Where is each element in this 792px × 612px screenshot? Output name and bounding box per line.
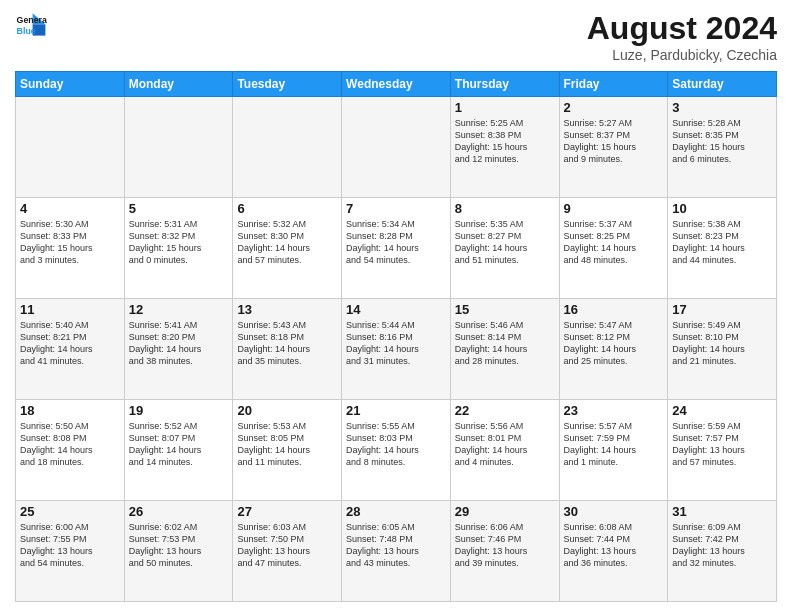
calendar-cell: 15Sunrise: 5:46 AM Sunset: 8:14 PM Dayli… <box>450 299 559 400</box>
day-number: 15 <box>455 302 555 317</box>
day-number: 10 <box>672 201 772 216</box>
calendar-cell: 4Sunrise: 5:30 AM Sunset: 8:33 PM Daylig… <box>16 198 125 299</box>
calendar-week-row: 1Sunrise: 5:25 AM Sunset: 8:38 PM Daylig… <box>16 97 777 198</box>
calendar-cell: 18Sunrise: 5:50 AM Sunset: 8:08 PM Dayli… <box>16 400 125 501</box>
day-info: Sunrise: 5:44 AM Sunset: 8:16 PM Dayligh… <box>346 319 446 368</box>
day-number: 16 <box>564 302 664 317</box>
calendar-cell: 1Sunrise: 5:25 AM Sunset: 8:38 PM Daylig… <box>450 97 559 198</box>
day-number: 21 <box>346 403 446 418</box>
calendar-week-row: 11Sunrise: 5:40 AM Sunset: 8:21 PM Dayli… <box>16 299 777 400</box>
day-info: Sunrise: 6:06 AM Sunset: 7:46 PM Dayligh… <box>455 521 555 570</box>
calendar-cell <box>342 97 451 198</box>
calendar-cell: 6Sunrise: 5:32 AM Sunset: 8:30 PM Daylig… <box>233 198 342 299</box>
weekday-header-wednesday: Wednesday <box>342 72 451 97</box>
weekday-header-row: SundayMondayTuesdayWednesdayThursdayFrid… <box>16 72 777 97</box>
day-info: Sunrise: 6:08 AM Sunset: 7:44 PM Dayligh… <box>564 521 664 570</box>
day-info: Sunrise: 5:35 AM Sunset: 8:27 PM Dayligh… <box>455 218 555 267</box>
header: General Blue August 2024 Luze, Pardubick… <box>15 10 777 63</box>
day-number: 8 <box>455 201 555 216</box>
calendar-week-row: 4Sunrise: 5:30 AM Sunset: 8:33 PM Daylig… <box>16 198 777 299</box>
calendar-cell: 10Sunrise: 5:38 AM Sunset: 8:23 PM Dayli… <box>668 198 777 299</box>
calendar-cell <box>233 97 342 198</box>
weekday-header-friday: Friday <box>559 72 668 97</box>
day-info: Sunrise: 6:09 AM Sunset: 7:42 PM Dayligh… <box>672 521 772 570</box>
day-info: Sunrise: 5:27 AM Sunset: 8:37 PM Dayligh… <box>564 117 664 166</box>
calendar-cell: 13Sunrise: 5:43 AM Sunset: 8:18 PM Dayli… <box>233 299 342 400</box>
calendar-cell: 7Sunrise: 5:34 AM Sunset: 8:28 PM Daylig… <box>342 198 451 299</box>
day-number: 12 <box>129 302 229 317</box>
calendar-week-row: 18Sunrise: 5:50 AM Sunset: 8:08 PM Dayli… <box>16 400 777 501</box>
day-info: Sunrise: 5:28 AM Sunset: 8:35 PM Dayligh… <box>672 117 772 166</box>
day-info: Sunrise: 5:47 AM Sunset: 8:12 PM Dayligh… <box>564 319 664 368</box>
day-number: 28 <box>346 504 446 519</box>
day-number: 17 <box>672 302 772 317</box>
day-info: Sunrise: 5:31 AM Sunset: 8:32 PM Dayligh… <box>129 218 229 267</box>
calendar-cell: 22Sunrise: 5:56 AM Sunset: 8:01 PM Dayli… <box>450 400 559 501</box>
day-number: 3 <box>672 100 772 115</box>
calendar-cell <box>16 97 125 198</box>
weekday-header-saturday: Saturday <box>668 72 777 97</box>
day-info: Sunrise: 5:52 AM Sunset: 8:07 PM Dayligh… <box>129 420 229 469</box>
calendar-cell: 2Sunrise: 5:27 AM Sunset: 8:37 PM Daylig… <box>559 97 668 198</box>
calendar-cell: 14Sunrise: 5:44 AM Sunset: 8:16 PM Dayli… <box>342 299 451 400</box>
weekday-header-tuesday: Tuesday <box>233 72 342 97</box>
day-number: 19 <box>129 403 229 418</box>
day-number: 11 <box>20 302 120 317</box>
day-info: Sunrise: 5:37 AM Sunset: 8:25 PM Dayligh… <box>564 218 664 267</box>
page: General Blue August 2024 Luze, Pardubick… <box>0 0 792 612</box>
day-info: Sunrise: 5:30 AM Sunset: 8:33 PM Dayligh… <box>20 218 120 267</box>
weekday-header-sunday: Sunday <box>16 72 125 97</box>
day-number: 24 <box>672 403 772 418</box>
calendar-cell: 12Sunrise: 5:41 AM Sunset: 8:20 PM Dayli… <box>124 299 233 400</box>
calendar-cell: 3Sunrise: 5:28 AM Sunset: 8:35 PM Daylig… <box>668 97 777 198</box>
calendar-cell: 21Sunrise: 5:55 AM Sunset: 8:03 PM Dayli… <box>342 400 451 501</box>
day-info: Sunrise: 5:46 AM Sunset: 8:14 PM Dayligh… <box>455 319 555 368</box>
calendar-cell: 23Sunrise: 5:57 AM Sunset: 7:59 PM Dayli… <box>559 400 668 501</box>
logo-icon: General Blue <box>15 10 47 42</box>
calendar-cell: 28Sunrise: 6:05 AM Sunset: 7:48 PM Dayli… <box>342 501 451 602</box>
calendar-cell: 16Sunrise: 5:47 AM Sunset: 8:12 PM Dayli… <box>559 299 668 400</box>
day-info: Sunrise: 6:05 AM Sunset: 7:48 PM Dayligh… <box>346 521 446 570</box>
day-number: 5 <box>129 201 229 216</box>
day-number: 2 <box>564 100 664 115</box>
subtitle: Luze, Pardubicky, Czechia <box>587 47 777 63</box>
main-title: August 2024 <box>587 10 777 47</box>
day-number: 14 <box>346 302 446 317</box>
day-number: 13 <box>237 302 337 317</box>
day-info: Sunrise: 5:25 AM Sunset: 8:38 PM Dayligh… <box>455 117 555 166</box>
day-info: Sunrise: 5:49 AM Sunset: 8:10 PM Dayligh… <box>672 319 772 368</box>
day-number: 26 <box>129 504 229 519</box>
logo: General Blue <box>15 10 51 42</box>
calendar-cell: 9Sunrise: 5:37 AM Sunset: 8:25 PM Daylig… <box>559 198 668 299</box>
day-info: Sunrise: 5:38 AM Sunset: 8:23 PM Dayligh… <box>672 218 772 267</box>
calendar-week-row: 25Sunrise: 6:00 AM Sunset: 7:55 PM Dayli… <box>16 501 777 602</box>
day-number: 1 <box>455 100 555 115</box>
day-info: Sunrise: 5:56 AM Sunset: 8:01 PM Dayligh… <box>455 420 555 469</box>
calendar-cell: 29Sunrise: 6:06 AM Sunset: 7:46 PM Dayli… <box>450 501 559 602</box>
calendar-cell: 30Sunrise: 6:08 AM Sunset: 7:44 PM Dayli… <box>559 501 668 602</box>
day-number: 29 <box>455 504 555 519</box>
calendar-cell: 5Sunrise: 5:31 AM Sunset: 8:32 PM Daylig… <box>124 198 233 299</box>
calendar-cell: 17Sunrise: 5:49 AM Sunset: 8:10 PM Dayli… <box>668 299 777 400</box>
day-info: Sunrise: 6:00 AM Sunset: 7:55 PM Dayligh… <box>20 521 120 570</box>
calendar-cell <box>124 97 233 198</box>
calendar-cell: 25Sunrise: 6:00 AM Sunset: 7:55 PM Dayli… <box>16 501 125 602</box>
day-number: 6 <box>237 201 337 216</box>
day-info: Sunrise: 6:02 AM Sunset: 7:53 PM Dayligh… <box>129 521 229 570</box>
day-number: 9 <box>564 201 664 216</box>
svg-text:Blue: Blue <box>17 26 36 36</box>
day-number: 7 <box>346 201 446 216</box>
calendar-cell: 8Sunrise: 5:35 AM Sunset: 8:27 PM Daylig… <box>450 198 559 299</box>
calendar-cell: 24Sunrise: 5:59 AM Sunset: 7:57 PM Dayli… <box>668 400 777 501</box>
weekday-header-thursday: Thursday <box>450 72 559 97</box>
day-number: 25 <box>20 504 120 519</box>
title-block: August 2024 Luze, Pardubicky, Czechia <box>587 10 777 63</box>
svg-text:General: General <box>17 15 47 25</box>
calendar-cell: 31Sunrise: 6:09 AM Sunset: 7:42 PM Dayli… <box>668 501 777 602</box>
day-number: 4 <box>20 201 120 216</box>
day-info: Sunrise: 5:55 AM Sunset: 8:03 PM Dayligh… <box>346 420 446 469</box>
weekday-header-monday: Monday <box>124 72 233 97</box>
day-info: Sunrise: 5:41 AM Sunset: 8:20 PM Dayligh… <box>129 319 229 368</box>
day-number: 20 <box>237 403 337 418</box>
calendar-cell: 27Sunrise: 6:03 AM Sunset: 7:50 PM Dayli… <box>233 501 342 602</box>
